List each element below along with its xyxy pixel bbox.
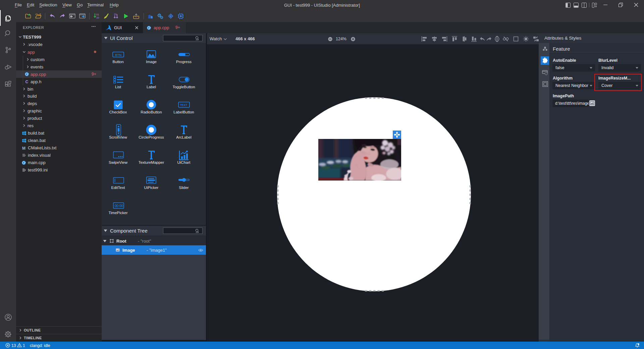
svg-text:TEXT: TEXT — [180, 103, 187, 107]
svg-text:M: M — [22, 146, 25, 151]
svg-text:01: 01 — [114, 13, 117, 15]
svg-text:00:00: 00:00 — [115, 204, 123, 208]
svg-text:10: 10 — [96, 16, 99, 19]
svg-text:01: 01 — [96, 13, 99, 16]
svg-text:BTN: BTN — [115, 53, 121, 57]
svg-text:C: C — [25, 80, 29, 84]
